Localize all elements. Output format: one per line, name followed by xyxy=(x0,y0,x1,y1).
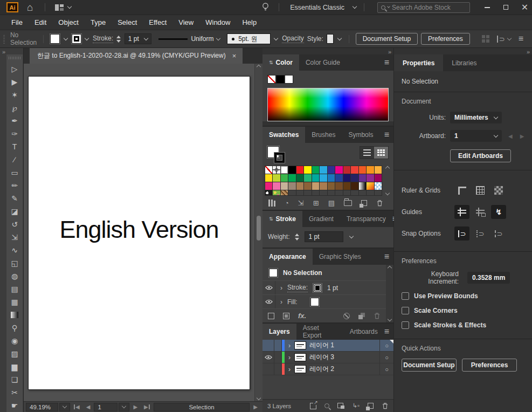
document-tab[interactable]: 한글 to English-1-2020-02-28.ai @ 49.19% (… xyxy=(30,48,243,64)
new-fill-icon[interactable] xyxy=(283,313,289,319)
weight-dropdown[interactable] xyxy=(348,232,355,242)
swatch[interactable] xyxy=(281,174,288,182)
swatch[interactable] xyxy=(281,182,288,190)
swatch[interactable] xyxy=(304,166,311,174)
zoom-chevron[interactable] xyxy=(59,403,70,411)
rotate-tool[interactable]: ↺ xyxy=(6,218,23,231)
swatch[interactable] xyxy=(273,174,280,182)
collapse-panel-icon[interactable]: ⇅ xyxy=(269,60,273,65)
panel-collapse-icon[interactable]: » xyxy=(262,48,393,54)
expand-chevron-icon[interactable]: › xyxy=(285,354,294,361)
menu-file[interactable]: File xyxy=(5,18,29,26)
swatch[interactable] xyxy=(328,182,335,190)
delete-layer-icon[interactable] xyxy=(382,402,389,409)
fill-stroke-proxy[interactable] xyxy=(267,146,286,163)
zoom-level-dropdown[interactable]: 49.19% xyxy=(26,403,58,411)
opacity-link[interactable]: Opacity xyxy=(282,35,304,43)
maximize-button[interactable] xyxy=(499,0,513,15)
swatch[interactable] xyxy=(359,166,366,174)
slice-tool[interactable]: ✂ xyxy=(6,386,23,399)
keyboard-increment-field[interactable]: 0.3528 mm xyxy=(467,272,510,284)
layer-name[interactable]: 레이어 2 xyxy=(309,365,379,374)
control-bar-menu-icon[interactable]: ≡ xyxy=(519,35,523,43)
locate-object-icon[interactable] xyxy=(324,403,329,408)
new-sublayer-icon[interactable]: ↳▫ xyxy=(353,403,360,409)
lock-toggle[interactable] xyxy=(274,352,282,363)
snap-to-pixel-icon[interactable]: ⊃ xyxy=(497,36,505,43)
list-view-button[interactable] xyxy=(360,147,374,159)
appearance-row-stroke[interactable]: › Stroke: 1 pt xyxy=(262,281,386,295)
swatch[interactable] xyxy=(281,190,288,196)
mesh-tool[interactable]: ▦ xyxy=(6,296,23,308)
swatch[interactable] xyxy=(351,182,358,190)
swatch[interactable] xyxy=(265,174,272,182)
swatch[interactable] xyxy=(335,166,342,174)
stroke-row-swatch[interactable] xyxy=(313,284,322,292)
appearance-scrollbar[interactable] xyxy=(386,265,393,322)
swatch[interactable] xyxy=(351,166,358,174)
expand-chevron-icon[interactable]: › xyxy=(275,298,287,306)
eraser-tool[interactable]: ◪ xyxy=(6,205,23,218)
lock-guides-button[interactable] xyxy=(473,205,488,219)
layer-thumbnail[interactable] xyxy=(294,365,306,373)
swatch[interactable] xyxy=(288,166,295,174)
swatch[interactable] xyxy=(335,174,342,182)
swatch[interactable] xyxy=(304,174,311,182)
show-guides-button[interactable] xyxy=(454,205,469,219)
swatch[interactable] xyxy=(312,166,319,174)
swatch[interactable] xyxy=(343,174,350,182)
pen-tool[interactable]: ✒ xyxy=(6,114,23,127)
swatch[interactable] xyxy=(375,174,382,182)
chevron-down-icon[interactable] xyxy=(144,36,148,40)
swatch[interactable] xyxy=(273,182,280,190)
scroll-down-icon[interactable] xyxy=(257,396,261,400)
tab-appearance[interactable]: Appearance xyxy=(262,249,313,265)
swatch[interactable] xyxy=(296,182,303,190)
tab-gradient[interactable]: Gradient xyxy=(302,211,340,227)
new-stroke-icon[interactable] xyxy=(268,313,274,319)
stroke-color-swatch[interactable] xyxy=(72,34,81,44)
visibility-eye-icon[interactable] xyxy=(262,281,275,294)
adobe-stock-search[interactable] xyxy=(377,2,470,13)
swatch[interactable] xyxy=(320,166,327,174)
perspective-grid-tool[interactable]: ▤ xyxy=(6,283,23,296)
new-color-group-icon[interactable] xyxy=(344,200,352,206)
tab-symbols[interactable]: Symbols xyxy=(342,127,379,143)
swatch[interactable] xyxy=(273,166,280,174)
stroke-panel-link[interactable]: Stroke: xyxy=(93,35,113,43)
quick-preferences-button[interactable]: Preferences xyxy=(462,359,517,372)
clear-appearance-icon[interactable] xyxy=(343,313,350,319)
swatch[interactable] xyxy=(304,182,311,190)
swatch[interactable] xyxy=(288,174,295,182)
layer-target-icon[interactable]: ○ xyxy=(379,340,393,351)
gradient-tool[interactable] xyxy=(6,308,23,321)
tab-properties[interactable]: Properties xyxy=(394,54,443,71)
previous-artboard-button[interactable]: ◀ xyxy=(84,404,93,410)
paintbrush-tool[interactable]: ✏ xyxy=(6,179,23,192)
panel-collapse-icon[interactable]: » xyxy=(394,48,532,54)
style-swatch[interactable] xyxy=(327,34,334,44)
appearance-row-fill[interactable]: › Fill: xyxy=(262,295,386,309)
visibility-eye-icon[interactable] xyxy=(262,295,275,308)
layer-thumbnail[interactable] xyxy=(294,341,306,349)
color-themes-icon[interactable]: ◔ xyxy=(285,200,289,207)
visibility-toggle[interactable] xyxy=(262,340,274,351)
expand-chevron-icon[interactable]: › xyxy=(285,342,294,349)
swatch[interactable] xyxy=(273,190,280,196)
last-artboard-button[interactable]: ▶ xyxy=(141,404,153,410)
workspace-switcher[interactable]: Essentials Classic xyxy=(290,4,344,11)
swatch[interactable] xyxy=(375,166,382,174)
tab-brushes[interactable]: Brushes xyxy=(305,127,342,143)
stroke-proxy[interactable] xyxy=(274,153,285,163)
swatch[interactable] xyxy=(288,182,295,190)
add-effect-icon[interactable]: fx. xyxy=(298,312,306,319)
swatch[interactable] xyxy=(375,182,382,190)
swatch[interactable] xyxy=(312,182,319,190)
quick-document-setup-button[interactable]: Document Setup xyxy=(402,359,457,372)
artboard-number-chevron[interactable] xyxy=(119,403,129,411)
menu-effect[interactable]: Effect xyxy=(143,18,172,26)
free-transform-tool[interactable]: ◱ xyxy=(6,257,23,270)
smart-guides-button[interactable]: ↯ xyxy=(491,205,506,219)
swatch[interactable] xyxy=(296,166,303,174)
document-setup-button[interactable]: Document Setup xyxy=(356,33,418,45)
